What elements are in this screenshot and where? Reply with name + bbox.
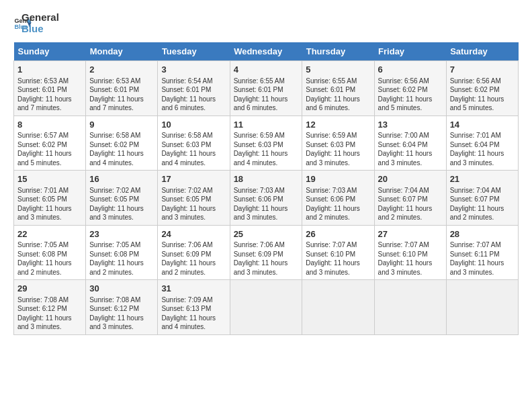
- day-number: 11: [234, 119, 299, 131]
- day-info: Sunrise: 6:53 AM Sunset: 6:01 PM Dayligh…: [17, 77, 82, 113]
- day-info: Sunrise: 6:55 AM Sunset: 6:01 PM Dayligh…: [234, 77, 299, 113]
- calendar-cell: 31Sunrise: 7:09 AM Sunset: 6:13 PM Dayli…: [158, 280, 230, 335]
- day-number: 4: [234, 64, 299, 76]
- calendar-cell: 24Sunrise: 7:06 AM Sunset: 6:09 PM Dayli…: [158, 225, 230, 280]
- day-info: Sunrise: 7:06 AM Sunset: 6:09 PM Dayligh…: [234, 240, 299, 277]
- day-info: Sunrise: 6:53 AM Sunset: 6:01 PM Dayligh…: [89, 77, 154, 113]
- day-info: Sunrise: 7:03 AM Sunset: 6:06 PM Dayligh…: [234, 186, 299, 222]
- header-day-tuesday: Tuesday: [158, 42, 230, 61]
- day-info: Sunrise: 6:55 AM Sunset: 6:01 PM Dayligh…: [306, 77, 370, 113]
- day-info: Sunrise: 7:03 AM Sunset: 6:06 PM Dayligh…: [306, 186, 370, 222]
- calendar-cell: 15Sunrise: 7:01 AM Sunset: 6:05 PM Dayli…: [14, 171, 86, 226]
- day-number: 24: [161, 228, 226, 240]
- day-info: Sunrise: 6:57 AM Sunset: 6:02 PM Dayligh…: [17, 131, 82, 167]
- day-number: 15: [17, 173, 82, 185]
- day-number: 14: [450, 119, 515, 131]
- calendar-cell: 9Sunrise: 6:58 AM Sunset: 6:02 PM Daylig…: [86, 116, 158, 171]
- day-number: 16: [89, 173, 154, 185]
- calendar-cell: 25Sunrise: 7:06 AM Sunset: 6:09 PM Dayli…: [230, 225, 302, 280]
- day-number: 6: [378, 64, 443, 76]
- header-row: SundayMondayTuesdayWednesdayThursdayFrid…: [14, 42, 519, 61]
- week-row-3: 22Sunrise: 7:05 AM Sunset: 6:08 PM Dayli…: [14, 225, 519, 280]
- calendar-cell: 27Sunrise: 7:07 AM Sunset: 6:10 PM Dayli…: [374, 225, 446, 280]
- header-day-wednesday: Wednesday: [230, 42, 302, 61]
- day-info: Sunrise: 6:56 AM Sunset: 6:02 PM Dayligh…: [450, 77, 515, 113]
- day-number: 21: [450, 173, 515, 185]
- day-info: Sunrise: 7:01 AM Sunset: 6:05 PM Dayligh…: [17, 186, 82, 222]
- day-number: 26: [306, 228, 370, 240]
- day-info: Sunrise: 7:05 AM Sunset: 6:08 PM Dayligh…: [17, 240, 82, 277]
- calendar-cell: 30Sunrise: 7:08 AM Sunset: 6:12 PM Dayli…: [86, 280, 158, 335]
- calendar-cell: 1Sunrise: 6:53 AM Sunset: 6:01 PM Daylig…: [14, 61, 86, 116]
- day-number: 17: [161, 173, 226, 185]
- day-info: Sunrise: 7:02 AM Sunset: 6:05 PM Dayligh…: [89, 186, 154, 222]
- day-number: 8: [17, 119, 82, 131]
- day-number: 2: [89, 64, 154, 76]
- calendar-cell: 2Sunrise: 6:53 AM Sunset: 6:01 PM Daylig…: [86, 61, 158, 116]
- day-number: 29: [17, 283, 82, 295]
- day-info: Sunrise: 6:59 AM Sunset: 6:03 PM Dayligh…: [234, 131, 299, 167]
- week-row-0: 1Sunrise: 6:53 AM Sunset: 6:01 PM Daylig…: [14, 61, 519, 116]
- calendar-cell: 21Sunrise: 7:04 AM Sunset: 6:07 PM Dayli…: [446, 171, 518, 226]
- header-day-monday: Monday: [86, 42, 158, 61]
- calendar-cell: 23Sunrise: 7:05 AM Sunset: 6:08 PM Dayli…: [86, 225, 158, 280]
- header-day-sunday: Sunday: [14, 42, 86, 61]
- calendar-cell: 7Sunrise: 6:56 AM Sunset: 6:02 PM Daylig…: [446, 61, 518, 116]
- calendar-cell: 8Sunrise: 6:57 AM Sunset: 6:02 PM Daylig…: [14, 116, 86, 171]
- day-info: Sunrise: 7:08 AM Sunset: 6:12 PM Dayligh…: [89, 295, 154, 332]
- week-row-2: 15Sunrise: 7:01 AM Sunset: 6:05 PM Dayli…: [14, 171, 519, 226]
- calendar-cell: 14Sunrise: 7:01 AM Sunset: 6:04 PM Dayli…: [446, 116, 518, 171]
- calendar-cell: 20Sunrise: 7:04 AM Sunset: 6:07 PM Dayli…: [374, 171, 446, 226]
- header-day-thursday: Thursday: [302, 42, 374, 61]
- day-info: Sunrise: 7:04 AM Sunset: 6:07 PM Dayligh…: [450, 186, 515, 222]
- calendar-cell: 6Sunrise: 6:56 AM Sunset: 6:02 PM Daylig…: [374, 61, 446, 116]
- header: General Blue General Blue: [13, 12, 519, 34]
- page-container: General Blue General Blue SundayMondayTu…: [0, 0, 532, 342]
- week-row-1: 8Sunrise: 6:57 AM Sunset: 6:02 PM Daylig…: [14, 116, 519, 171]
- calendar-cell: 19Sunrise: 7:03 AM Sunset: 6:06 PM Dayli…: [302, 171, 374, 226]
- day-number: 30: [89, 283, 154, 295]
- calendar-cell: [374, 280, 446, 335]
- header-day-saturday: Saturday: [446, 42, 518, 61]
- calendar-cell: [230, 280, 302, 335]
- day-info: Sunrise: 7:06 AM Sunset: 6:09 PM Dayligh…: [161, 240, 226, 277]
- week-row-4: 29Sunrise: 7:08 AM Sunset: 6:12 PM Dayli…: [14, 280, 519, 335]
- calendar-cell: 11Sunrise: 6:59 AM Sunset: 6:03 PM Dayli…: [230, 116, 302, 171]
- day-info: Sunrise: 7:07 AM Sunset: 6:11 PM Dayligh…: [450, 240, 515, 277]
- calendar-cell: 28Sunrise: 7:07 AM Sunset: 6:11 PM Dayli…: [446, 225, 518, 280]
- day-info: Sunrise: 7:04 AM Sunset: 6:07 PM Dayligh…: [378, 186, 443, 222]
- day-number: 19: [306, 173, 370, 185]
- calendar-cell: 5Sunrise: 6:55 AM Sunset: 6:01 PM Daylig…: [302, 61, 374, 116]
- calendar-cell: 4Sunrise: 6:55 AM Sunset: 6:01 PM Daylig…: [230, 61, 302, 116]
- day-number: 23: [89, 228, 154, 240]
- day-number: 12: [306, 119, 370, 131]
- day-info: Sunrise: 6:59 AM Sunset: 6:03 PM Dayligh…: [306, 131, 370, 167]
- calendar-cell: 17Sunrise: 7:02 AM Sunset: 6:05 PM Dayli…: [158, 171, 230, 226]
- calendar-cell: 26Sunrise: 7:07 AM Sunset: 6:10 PM Dayli…: [302, 225, 374, 280]
- day-number: 18: [234, 173, 299, 185]
- day-info: Sunrise: 7:02 AM Sunset: 6:05 PM Dayligh…: [161, 186, 226, 222]
- day-number: 28: [450, 228, 515, 240]
- day-info: Sunrise: 7:00 AM Sunset: 6:04 PM Dayligh…: [378, 131, 443, 167]
- calendar-cell: 10Sunrise: 6:58 AM Sunset: 6:03 PM Dayli…: [158, 116, 230, 171]
- day-info: Sunrise: 6:58 AM Sunset: 6:02 PM Dayligh…: [89, 131, 154, 167]
- day-number: 3: [161, 64, 226, 76]
- day-info: Sunrise: 6:56 AM Sunset: 6:02 PM Dayligh…: [378, 77, 443, 113]
- day-number: 13: [378, 119, 443, 131]
- logo-text-general: General: [21, 12, 59, 24]
- calendar-cell: 18Sunrise: 7:03 AM Sunset: 6:06 PM Dayli…: [230, 171, 302, 226]
- day-number: 9: [89, 119, 154, 131]
- calendar-cell: 22Sunrise: 7:05 AM Sunset: 6:08 PM Dayli…: [14, 225, 86, 280]
- calendar-cell: 12Sunrise: 6:59 AM Sunset: 6:03 PM Dayli…: [302, 116, 374, 171]
- calendar-cell: [446, 280, 518, 335]
- day-info: Sunrise: 7:07 AM Sunset: 6:10 PM Dayligh…: [378, 240, 443, 277]
- calendar-cell: [302, 280, 374, 335]
- day-number: 25: [234, 228, 299, 240]
- logo-text-blue: Blue: [21, 24, 59, 35]
- day-number: 31: [161, 283, 226, 295]
- day-number: 20: [378, 173, 443, 185]
- day-info: Sunrise: 7:08 AM Sunset: 6:12 PM Dayligh…: [17, 295, 82, 332]
- day-number: 1: [17, 64, 82, 76]
- day-info: Sunrise: 7:05 AM Sunset: 6:08 PM Dayligh…: [89, 240, 154, 277]
- logo: General Blue General Blue: [13, 12, 59, 34]
